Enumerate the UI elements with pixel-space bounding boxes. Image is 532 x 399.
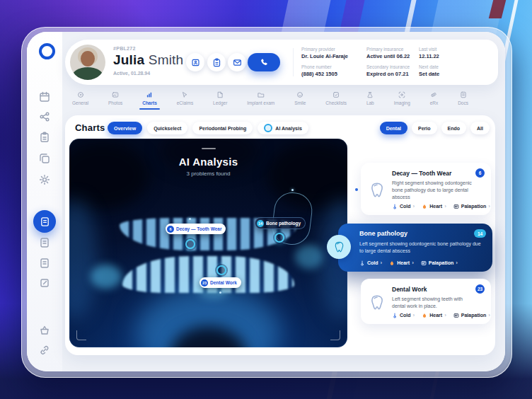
sidebar-exam-document-icon[interactable] bbox=[39, 258, 50, 269]
sidebar-copy-icon[interactable] bbox=[39, 153, 50, 164]
palpation-pad-icon bbox=[453, 204, 459, 209]
contact-card-button[interactable] bbox=[186, 53, 204, 71]
tab-general[interactable]: General bbox=[72, 91, 88, 105]
marker-dot bbox=[291, 189, 294, 191]
patient-last-name: Smith bbox=[149, 52, 184, 67]
info-column-insurance: Primary insuranceActive until 06.22 Seco… bbox=[366, 47, 417, 82]
sidebar bbox=[27, 32, 62, 371]
heart-test-tag[interactable]: Heart› bbox=[422, 203, 446, 209]
tag-label: Heart bbox=[429, 204, 442, 209]
tab-implant-exam[interactable]: Implant exam bbox=[247, 91, 274, 105]
xray-marker-dental-work[interactable]: 23 Dental Work bbox=[200, 277, 241, 288]
sidebar-notes-document-icon[interactable] bbox=[39, 277, 50, 289]
xray-marker-ring[interactable] bbox=[216, 265, 226, 275]
tab-eclaims[interactable]: eClaims bbox=[177, 91, 193, 105]
chevron-right-icon: › bbox=[412, 260, 414, 266]
info-label: Primary insurance bbox=[366, 47, 417, 52]
palpation-pad-icon bbox=[421, 260, 427, 266]
finding-description: Left segment showing odontogenic bone pa… bbox=[359, 241, 484, 255]
view-pill-periodontal-probing[interactable]: Periodontal Probing bbox=[192, 122, 253, 134]
view-pill-overview[interactable]: Overview bbox=[108, 122, 142, 134]
finding-description: Left segment showing teeth with dental w… bbox=[392, 296, 474, 310]
pill-label: Endo bbox=[448, 126, 461, 131]
filter-pill-endo[interactable]: Endo bbox=[441, 122, 467, 134]
xray-glow bbox=[69, 200, 98, 320]
marker-label: Dental Work bbox=[210, 280, 237, 285]
patient-name: Julia Smith bbox=[113, 52, 183, 68]
tab-imaging[interactable]: Imaging bbox=[394, 91, 410, 105]
filter-pill-dental[interactable]: Dental bbox=[380, 122, 407, 134]
finding-card-bone-pathology-active[interactable]: Bone pathology 14 Left segment showing o… bbox=[338, 224, 492, 272]
info-label: Primary provider bbox=[301, 47, 362, 52]
palpation-test-tag[interactable]: Palapation› bbox=[453, 312, 490, 318]
info-value[interactable]: Set date bbox=[419, 71, 463, 77]
xray-marker-decay[interactable]: 6 Decay — Tooth Wear bbox=[166, 224, 226, 234]
sidebar-link-icon[interactable] bbox=[39, 345, 50, 356]
thermometer-icon bbox=[392, 204, 398, 209]
clipboard-icon bbox=[212, 58, 221, 67]
tag-label: Heart bbox=[397, 260, 410, 265]
tab-checklists[interactable]: Checklists bbox=[325, 91, 347, 105]
view-switcher: Overview Quickselect Periodontal Probing… bbox=[108, 122, 308, 134]
patient-status: Active, 01.28.94 bbox=[113, 71, 150, 76]
sidebar-network-icon[interactable] bbox=[39, 111, 50, 122]
marker-badge: 6 bbox=[167, 226, 174, 233]
tab-lab[interactable]: Lab bbox=[366, 91, 374, 105]
sidebar-ledger-document-icon[interactable] bbox=[39, 237, 50, 248]
cold-test-tag[interactable]: Cold› bbox=[392, 203, 415, 209]
tab-label: Ledger bbox=[213, 100, 227, 105]
test-tags: Cold› Heart› Palapation› bbox=[392, 203, 490, 209]
filter-pill-perio[interactable]: Perio bbox=[412, 122, 437, 134]
tab-charts[interactable]: Charts bbox=[142, 91, 157, 105]
sidebar-settings-icon[interactable] bbox=[39, 174, 50, 185]
palpation-test-tag[interactable]: Palapation› bbox=[453, 203, 490, 209]
sidebar-calendar-icon[interactable] bbox=[39, 91, 50, 103]
finding-card-decay[interactable]: Decay — Tooth Wear 6 Right segment showi… bbox=[361, 163, 491, 215]
lab-icon bbox=[366, 91, 374, 98]
sidebar-basket-icon[interactable] bbox=[39, 325, 50, 336]
sidebar-active-chart-document-icon[interactable] bbox=[33, 210, 56, 233]
xray-molar-glow bbox=[295, 245, 323, 269]
xray-panorama[interactable]: AI Analysis 3 problems found 6 Decay — T… bbox=[69, 139, 347, 347]
test-tags: Cold› Heart› Palapation› bbox=[392, 312, 490, 318]
tab-label: Charts bbox=[142, 100, 157, 105]
flame-icon bbox=[422, 313, 427, 318]
info-value: Dr. Louie Al-Faraje bbox=[301, 53, 362, 59]
implant-exam-icon bbox=[258, 91, 265, 98]
info-value: Active until 06.22 bbox=[366, 53, 417, 59]
tag-label: Cold bbox=[367, 260, 378, 265]
tag-label: Heart bbox=[429, 313, 442, 318]
sidebar-clipboard-icon[interactable] bbox=[39, 132, 50, 143]
cold-test-tag[interactable]: Cold› bbox=[359, 260, 382, 266]
marker-dot bbox=[219, 291, 221, 294]
view-pill-ai-analysis[interactable]: AI Analysis bbox=[258, 122, 308, 134]
tab-erx[interactable]: eRx bbox=[430, 91, 439, 105]
mail-button[interactable] bbox=[228, 53, 246, 71]
selection-dot bbox=[355, 188, 358, 191]
patient-id: #PBL272 bbox=[113, 46, 136, 51]
view-pill-quickselect[interactable]: Quickselect bbox=[147, 122, 187, 134]
palpation-test-tag[interactable]: Palapation› bbox=[421, 260, 458, 266]
cold-test-tag[interactable]: Cold› bbox=[392, 312, 415, 318]
ledger-icon bbox=[216, 91, 224, 98]
xray-marker-ring[interactable] bbox=[274, 233, 284, 243]
xray-marker-ring[interactable] bbox=[185, 239, 195, 249]
finding-card-dental-work[interactable]: Dental Work 23 Left segment showing teet… bbox=[361, 279, 491, 324]
app-logo-icon[interactable] bbox=[39, 43, 55, 59]
xray-title: AI Analysis bbox=[69, 156, 347, 168]
imaging-icon bbox=[398, 91, 405, 98]
clipboard-button[interactable] bbox=[207, 53, 226, 71]
tab-label: Lab bbox=[366, 100, 374, 105]
xray-marker-bone-pathology[interactable]: 14 Bone pathology bbox=[255, 217, 306, 229]
tab-photos[interactable]: Photos bbox=[108, 91, 122, 105]
heart-test-tag[interactable]: Heart› bbox=[389, 260, 414, 266]
tab-docs[interactable]: Docs bbox=[458, 91, 468, 105]
filter-pill-all[interactable]: All bbox=[470, 122, 490, 134]
heart-test-tag[interactable]: Heart› bbox=[422, 312, 446, 318]
call-button[interactable] bbox=[248, 53, 280, 71]
tab-ledger[interactable]: Ledger bbox=[213, 91, 227, 105]
patient-avatar[interactable] bbox=[70, 45, 105, 80]
tab-label: Photos bbox=[108, 100, 122, 105]
tab-smile[interactable]: Smile bbox=[294, 91, 306, 105]
pill-label: Quickselect bbox=[154, 126, 181, 131]
